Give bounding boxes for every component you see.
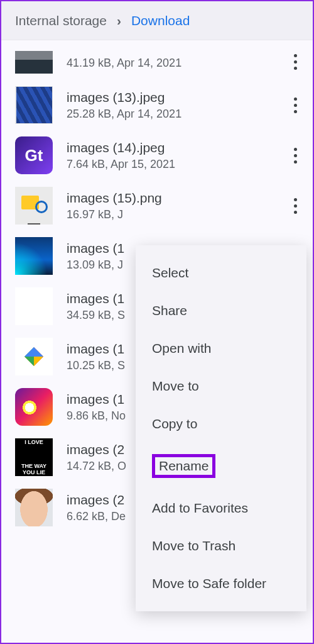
list-item[interactable]: images (13).jpeg 25.28 kB, Apr 14, 2021: [1, 80, 313, 130]
file-name: images (14).jpeg: [67, 140, 273, 155]
breadcrumb-current[interactable]: Download: [131, 13, 190, 28]
file-name: images (13).jpeg: [67, 90, 273, 105]
list-item[interactable]: images (15).png 16.97 kB, J: [1, 180, 313, 231]
menu-item-move-safe[interactable]: Move to Safe folder: [136, 565, 306, 602]
file-thumbnail: [15, 86, 53, 124]
list-item[interactable]: 41.19 kB, Apr 14, 2021: [1, 43, 313, 80]
file-thumbnail: [15, 237, 53, 275]
file-meta: 41.19 kB, Apr 14, 2021: [67, 57, 273, 70]
file-meta: 7.64 kB, Apr 15, 2021: [67, 158, 273, 171]
file-thumbnail: [15, 51, 53, 74]
meme-top-text: I LOVE: [24, 439, 43, 445]
menu-item-share[interactable]: Share: [136, 292, 306, 330]
list-item[interactable]: Gt images (14).jpeg 7.64 kB, Apr 15, 202…: [1, 130, 313, 180]
menu-item-rename[interactable]: Rename: [136, 443, 306, 489]
menu-item-copy-to[interactable]: Copy to: [136, 405, 306, 443]
file-thumbnail: [15, 187, 53, 225]
file-thumbnail: [15, 287, 53, 325]
menu-item-add-favorites[interactable]: Add to Favorites: [136, 489, 306, 527]
more-options-icon[interactable]: [286, 194, 304, 218]
breadcrumb-parent[interactable]: Internal storage: [15, 13, 107, 28]
rename-highlight: Rename: [152, 454, 215, 478]
context-menu: Select Share Open with Move to Copy to R…: [136, 245, 306, 611]
file-meta: 16.97 kB, J: [67, 208, 273, 221]
breadcrumb: Internal storage › Download: [1, 1, 313, 40]
more-options-icon[interactable]: [286, 50, 304, 74]
meme-bottom-text: THE WAY YOU LIE: [15, 463, 53, 475]
file-thumbnail: [15, 388, 53, 426]
chevron-right-icon: ›: [117, 13, 121, 28]
file-meta: 25.28 kB, Apr 14, 2021: [67, 108, 273, 121]
file-manager-screen: Internal storage › Download 41.19 kB, Ap…: [1, 1, 313, 643]
menu-item-move-trash[interactable]: Move to Trash: [136, 527, 306, 565]
menu-item-select[interactable]: Select: [136, 254, 306, 292]
file-thumbnail: Gt: [15, 136, 53, 174]
file-thumbnail: I LOVE THE WAY YOU LIE: [15, 438, 53, 476]
file-thumbnail: [15, 338, 53, 375]
menu-item-open-with[interactable]: Open with: [136, 330, 306, 367]
file-thumbnail: [15, 489, 53, 526]
more-options-icon[interactable]: [286, 94, 304, 117]
menu-item-move-to[interactable]: Move to: [136, 367, 306, 405]
more-options-icon[interactable]: [286, 144, 304, 167]
file-name: images (15).png: [67, 191, 273, 206]
